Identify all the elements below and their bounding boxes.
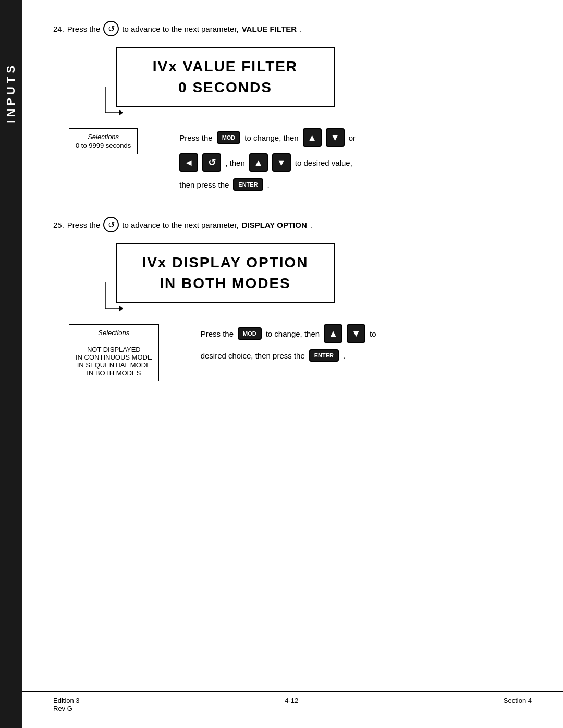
instr2-post-25: . xyxy=(343,351,345,360)
mod-button-24a[interactable]: MOD xyxy=(217,131,241,144)
display-line2-25: IN BOTH MODES xyxy=(132,275,318,292)
arrow-up-btn-24b[interactable]: ▲ xyxy=(249,153,268,172)
section-25: 25. Press the ↺ to advance to the next p… xyxy=(53,217,532,381)
instr-line-2-25: desired choice, then press the ENTER . xyxy=(201,349,376,362)
instr-line-1-25: Press the MOD to change, then ▲ ▼ to xyxy=(201,324,376,343)
step-24-text1: Press the xyxy=(67,24,100,33)
footer-left: Edition 3 Rev G xyxy=(53,697,80,712)
instr1-mid-24: to change, then xyxy=(244,133,298,142)
instr-line-2-24: ◄ ↺ , then ▲ ▼ to desired value, xyxy=(179,153,356,172)
advance-button-24[interactable]: ↺ xyxy=(103,21,119,36)
instr2-mid-24: , then xyxy=(225,158,245,167)
instr1-mid-25: to change, then xyxy=(266,329,320,338)
instr1-pre-25: Press the xyxy=(201,329,234,338)
step-25-number: 25. xyxy=(53,220,64,229)
advance-button-25[interactable]: ↺ xyxy=(103,217,119,232)
step-25-text1: Press the xyxy=(67,220,100,229)
instr1-post-24: or xyxy=(349,133,356,142)
instr3-pre-24: then press the xyxy=(179,180,229,189)
footer-edition: Edition 3 xyxy=(53,697,80,705)
instr-line-1-24: Press the MOD to change, then ▲ ▼ or xyxy=(179,128,356,147)
instructions-24: Press the MOD to change, then ▲ ▼ or ◄ ↺… xyxy=(179,128,356,191)
selections-line4-25: IN BOTH MODES xyxy=(87,369,141,377)
main-content: 24. Press the ↺ to advance to the next p… xyxy=(22,0,563,439)
section-24: 24. Press the ↺ to advance to the next p… xyxy=(53,21,532,191)
sidebar-label: INPUTS xyxy=(4,63,18,124)
footer-section: Section 4 xyxy=(504,697,532,712)
selections-box-24: Selections 0 to 9999 seconds xyxy=(69,128,138,154)
step-24-text: 24. Press the ↺ to advance to the next p… xyxy=(53,21,532,36)
instr2-post-24: to desired value, xyxy=(295,158,352,167)
instructions-25: Press the MOD to change, then ▲ ▼ to des… xyxy=(201,324,376,362)
step-25-text: 25. Press the ↺ to advance to the next p… xyxy=(53,217,532,232)
display-box-24: IVx VALUE FILTER 0 SECONDS xyxy=(116,47,335,107)
display-box-25: IVx DISPLAY OPTION IN BOTH MODES xyxy=(116,243,335,303)
selections-line3-25: IN SEQUENTIAL MODE xyxy=(77,361,151,369)
connector-svg-24 xyxy=(100,87,142,128)
step-24-param: VALUE FILTER xyxy=(242,24,297,33)
step-25-param: DISPLAY OPTION xyxy=(242,220,307,229)
mod-button-25[interactable]: MOD xyxy=(238,327,262,340)
selections-line2-25: IN CONTINUOUS MODE xyxy=(76,353,152,361)
svg-marker-2 xyxy=(119,109,123,116)
step-24-number: 24. xyxy=(53,24,64,33)
display-line2-24: 0 SECONDS xyxy=(132,79,318,96)
footer-rev: Rev G xyxy=(53,705,80,712)
arrow-up-btn-25[interactable]: ▲ xyxy=(324,324,342,343)
enter-button-24[interactable]: ENTER xyxy=(233,178,263,191)
arrow-down-btn-25[interactable]: ▼ xyxy=(347,324,365,343)
arrow-left-btn-24[interactable]: ◄ xyxy=(179,153,198,172)
connector-svg-25 xyxy=(100,282,142,324)
arrow-down-btn-24a[interactable]: ▼ xyxy=(326,128,345,147)
instr2-pre-25: desired choice, then press the xyxy=(201,351,305,360)
selections-line1-25: NOT DISPLAYED xyxy=(87,346,141,353)
instr-line-3-24: then press the ENTER . xyxy=(179,178,356,191)
selections-box-25: Selections NOT DISPLAYED IN CONTINUOUS M… xyxy=(69,324,159,381)
instr3-post-24: . xyxy=(267,180,270,189)
footer-page: 4-12 xyxy=(285,697,298,712)
display-line1-24: IVx VALUE FILTER xyxy=(132,58,318,75)
selections-title-25: Selections xyxy=(76,329,152,337)
step-24-text2: to advance to the next parameter, xyxy=(122,24,238,33)
sidebar: INPUTS xyxy=(0,0,22,728)
instr1-pre-24: Press the xyxy=(179,133,212,142)
arrow-down-btn-24b[interactable]: ▼ xyxy=(272,153,291,172)
footer: Edition 3 Rev G 4-12 Section 4 xyxy=(22,691,563,712)
svg-marker-5 xyxy=(119,305,123,312)
instr1-post-25: to xyxy=(370,329,376,338)
selections-title-24: Selections xyxy=(76,133,131,141)
enter-button-25[interactable]: ENTER xyxy=(309,349,339,362)
arrow-up-btn-24a[interactable]: ▲ xyxy=(303,128,322,147)
step-25-text2: to advance to the next parameter, xyxy=(122,220,238,229)
display-line1-25: IVx DISPLAY OPTION xyxy=(132,254,318,271)
refresh-btn-24[interactable]: ↺ xyxy=(202,153,221,172)
selections-values-24: 0 to 9999 seconds xyxy=(76,142,131,150)
